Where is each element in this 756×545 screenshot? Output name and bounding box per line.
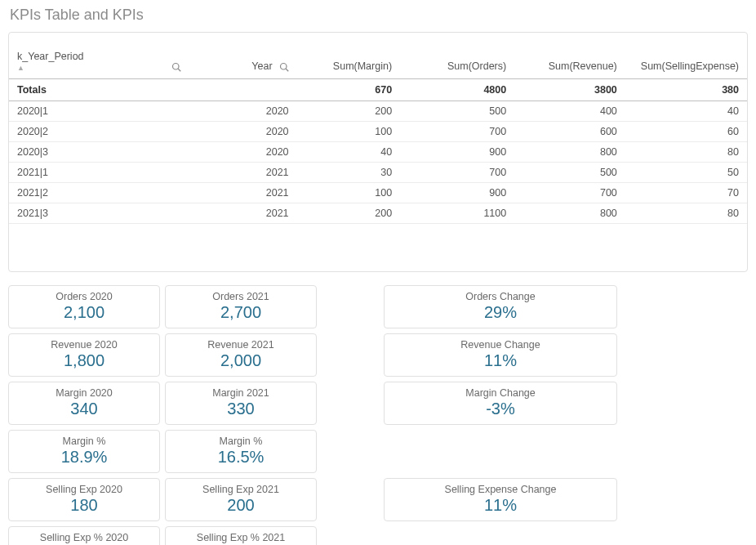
- totals-selling-expense: 380: [625, 79, 747, 101]
- table-cell-revenue: 800: [514, 142, 625, 163]
- table-cell-margin: 100: [297, 183, 401, 203]
- svg-point-0: [173, 64, 180, 70]
- table-row[interactable]: 2021|120213070050050: [9, 163, 747, 183]
- kpi-card[interactable]: Revenue 20201,800: [8, 333, 160, 377]
- table-cell-year: 2020: [189, 142, 296, 163]
- table-row[interactable]: 2021|2202110090070070: [9, 183, 747, 203]
- table-cell-orders: 900: [400, 183, 514, 203]
- kpi-value: 29%: [388, 303, 613, 322]
- table-row[interactable]: 2020|1202020050040040: [9, 101, 747, 122]
- col-header-period[interactable]: k_Year_Period ▲: [9, 33, 189, 79]
- kpi-card[interactable]: Margin 2020340: [8, 382, 160, 425]
- search-icon[interactable]: [279, 62, 289, 72]
- kpi-title: Margin %: [12, 436, 156, 447]
- kpi-card[interactable]: Revenue Change11%: [384, 333, 617, 377]
- table-cell-revenue: 700: [514, 183, 625, 203]
- table-cell-year: 2021: [189, 183, 296, 203]
- kpi-title: Margin 2020: [12, 387, 156, 399]
- table-cell-orders: 900: [400, 142, 514, 163]
- table-spacer: [9, 224, 747, 271]
- table-cell-period: 2021|1: [9, 163, 189, 183]
- kpi-title: Margin %: [169, 436, 313, 447]
- kpi-title: Margin Change: [388, 387, 613, 399]
- kpi-value: 330: [169, 400, 313, 418]
- kpi-title: Selling Expense Change: [388, 484, 613, 495]
- kpi-card[interactable]: Revenue 20212,000: [165, 333, 317, 377]
- kpi-table-panel: k_Year_Period ▲ Year Sum(Margin) Sum(Ord…: [8, 32, 748, 272]
- col-header-margin[interactable]: Sum(Margin): [297, 33, 401, 79]
- col-header-selling-expense[interactable]: Sum(SellingExpense): [625, 33, 747, 79]
- kpi-title: Selling Exp % 2020: [12, 532, 156, 543]
- table-cell-orders: 700: [400, 163, 514, 183]
- totals-year: [189, 79, 296, 101]
- kpi-card[interactable]: Selling Expense Change11%: [384, 478, 617, 521]
- kpi-value: 2,700: [169, 303, 313, 322]
- table-cell-sellingExpense: 80: [625, 142, 747, 163]
- svg-line-3: [286, 69, 288, 71]
- table-cell-sellingExpense: 60: [625, 122, 747, 142]
- kpi-title: Orders 2021: [169, 291, 313, 302]
- table-cell-year: 2020: [189, 122, 296, 142]
- kpi-title: Revenue 2021: [169, 339, 313, 351]
- kpi-value: 18.9%: [12, 448, 156, 467]
- kpi-title: Selling Exp 2021: [169, 484, 313, 495]
- kpi-card[interactable]: Orders 20202,100: [8, 285, 160, 328]
- totals-orders: 4800: [400, 79, 514, 101]
- kpi-card[interactable]: Margin Change-3%: [384, 382, 617, 425]
- kpi-title: Revenue Change: [388, 339, 613, 351]
- totals-revenue: 3800: [514, 79, 625, 101]
- table-cell-year: 2021: [189, 163, 296, 183]
- table-row[interactable]: 2020|2202010070060060: [9, 122, 747, 142]
- svg-line-1: [179, 69, 181, 71]
- kpi-card[interactable]: Selling Exp % 202110%: [165, 526, 317, 545]
- kpi-card[interactable]: Selling Exp % 202010%: [8, 526, 160, 545]
- table-row[interactable]: 2021|32021200110080080: [9, 203, 747, 224]
- kpi-value: 2,100: [12, 303, 156, 322]
- table-cell-orders: 500: [400, 101, 514, 122]
- kpi-title: Selling Exp % 2021: [169, 532, 313, 543]
- table-cell-margin: 200: [297, 101, 401, 122]
- kpi-value: 11%: [388, 496, 613, 515]
- kpi-table: k_Year_Period ▲ Year Sum(Margin) Sum(Ord…: [9, 33, 747, 224]
- col-header-label: Year: [251, 60, 272, 72]
- table-cell-margin: 40: [297, 142, 401, 163]
- table-cell-sellingExpense: 80: [625, 203, 747, 224]
- kpi-grid: Orders 20202,100Orders 20212,700Orders C…: [8, 285, 748, 545]
- table-cell-margin: 30: [297, 163, 401, 183]
- kpi-value: 16.5%: [169, 448, 313, 467]
- kpi-card[interactable]: Margin %18.9%: [8, 430, 160, 473]
- table-cell-revenue: 800: [514, 203, 625, 224]
- col-header-orders[interactable]: Sum(Orders): [400, 33, 514, 79]
- table-cell-revenue: 500: [514, 163, 625, 183]
- table-cell-margin: 100: [297, 122, 401, 142]
- kpi-card[interactable]: Margin %16.5%: [165, 430, 317, 473]
- kpi-value: 340: [12, 400, 156, 418]
- kpi-value: -3%: [388, 400, 613, 418]
- page-title: KPIs Table and KPIs: [0, 0, 756, 32]
- totals-margin: 670: [297, 79, 401, 101]
- table-cell-orders: 700: [400, 122, 514, 142]
- totals-label: Totals: [9, 79, 189, 101]
- kpi-card[interactable]: Selling Exp 2021200: [165, 478, 317, 521]
- kpi-value: 1,800: [12, 351, 156, 370]
- kpi-title: Selling Exp 2020: [12, 484, 156, 495]
- table-cell-margin: 200: [297, 203, 401, 224]
- kpi-card[interactable]: Selling Exp 2020180: [8, 478, 160, 521]
- kpi-title: Orders 2020: [12, 291, 156, 302]
- table-cell-orders: 1100: [400, 203, 514, 224]
- col-header-year[interactable]: Year: [189, 33, 296, 79]
- kpi-value: 180: [12, 496, 156, 515]
- kpi-card[interactable]: Orders 20212,700: [165, 285, 317, 328]
- table-row[interactable]: 2020|320204090080080: [9, 142, 747, 163]
- table-cell-year: 2021: [189, 203, 296, 224]
- col-header-revenue[interactable]: Sum(Revenue): [514, 33, 625, 79]
- table-cell-period: 2020|2: [9, 122, 189, 142]
- table-cell-period: 2020|1: [9, 101, 189, 122]
- table-cell-period: 2021|3: [9, 203, 189, 224]
- svg-point-2: [280, 64, 287, 70]
- search-icon[interactable]: [171, 62, 181, 72]
- kpi-card[interactable]: Orders Change29%: [384, 285, 617, 328]
- kpi-card[interactable]: Margin 2021330: [165, 382, 317, 425]
- table-cell-revenue: 400: [514, 101, 625, 122]
- table-cell-sellingExpense: 40: [625, 101, 747, 122]
